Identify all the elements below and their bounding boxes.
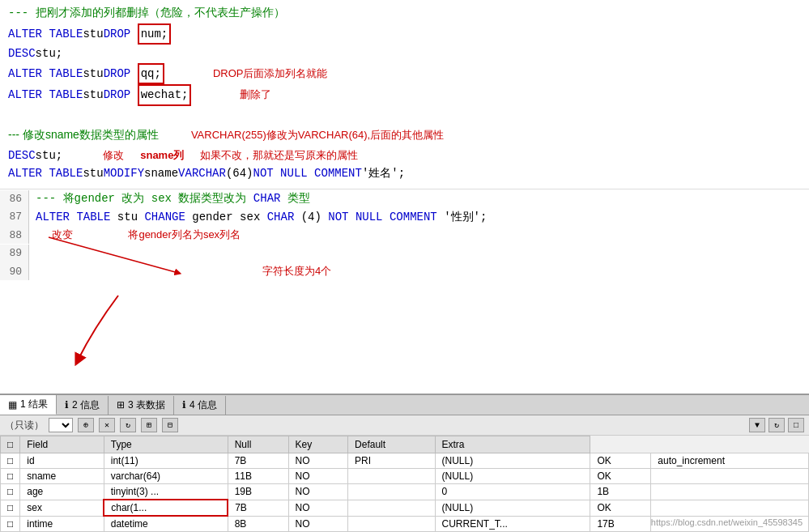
line-89: 89	[0, 245, 809, 262]
td-cb-id[interactable]: □	[1, 453, 20, 469]
toolbar-btn-filter[interactable]: ▼	[749, 418, 765, 432]
td-extra-intime: CURRENT_T...	[435, 516, 590, 532]
line-num-86: 86	[0, 190, 29, 208]
toolbar-btn-grid2[interactable]: ⊟	[162, 418, 178, 432]
section3: 86 --- 将gender 改为 sex 数据类型改为 CHAR 类型 87 …	[0, 189, 809, 280]
table-row: □ sex char(1... 7B NO (NULL) OK	[1, 500, 809, 516]
td-extra3-id: auto_increment	[651, 453, 809, 469]
td-extra2-sex: OK	[590, 500, 651, 516]
tab-icon-info2: ℹ	[182, 399, 186, 411]
line-content-90: 字符长度为4个	[29, 262, 809, 280]
td-default-id: PRI	[348, 453, 435, 469]
td-key-age: NO	[288, 484, 348, 500]
td-field-id: id	[20, 453, 104, 469]
td-extra2-sname: OK	[590, 469, 651, 484]
td-null-age: 19B	[228, 484, 288, 500]
td-field-sname: sname	[20, 469, 104, 484]
kw-alter-table-4: ALTER TABLE	[8, 164, 83, 182]
annot-gaibain: 改变	[52, 228, 73, 240]
td-key-sex: NO	[288, 500, 348, 516]
td-cb-sex[interactable]: □	[1, 500, 20, 516]
line-86: 86 --- 将gender 改为 sex 数据类型改为 CHAR 类型	[0, 189, 809, 207]
highlight-wechat: wechat;	[138, 84, 192, 105]
code-line-desc-1: DESC stu;	[8, 45, 801, 62]
db-table-header: □ Field Type Null Key Default Extra	[1, 436, 809, 453]
kw-alter-table-2: ALTER TABLE	[8, 65, 83, 83]
annot-ifnot: 如果不改，那就还是写原来的属性	[200, 148, 358, 163]
db-panel: ▦ 1 结果 ℹ 2 信息 ⊞ 3 表数据 ℹ 4 信息 （只读） ⊕ ✕	[0, 394, 809, 532]
annot-sname: sname列	[140, 148, 184, 163]
td-cb-intime[interactable]: □	[1, 516, 20, 532]
section2-annotation-right: VARCHAR(255)修改为VARCHAR(64),后面的其他属性	[191, 128, 444, 143]
td-default-age	[348, 484, 435, 500]
db-tab-info2[interactable]: ℹ 4 信息	[174, 396, 226, 415]
db-table-header-row: □ Field Type Null Key Default Extra	[1, 436, 809, 453]
td-null-id: 7B	[228, 453, 288, 469]
annotation-delete: 删除了	[240, 87, 271, 102]
comment-text-1: --- 把刚才添加的列都删掉（危险，不代表生产操作）	[8, 6, 285, 19]
highlight-num: num;	[138, 23, 172, 45]
toolbar-btn-refresh[interactable]: ↻	[120, 418, 136, 432]
code-stu-desc-2: stu;	[36, 147, 63, 164]
toolbar-select[interactable]	[49, 418, 73, 432]
main-container: --- 把刚才添加的列都删掉（危险，不代表生产操作） ALTER TABLE s…	[0, 0, 809, 532]
db-tab-info[interactable]: ℹ 2 信息	[57, 396, 109, 415]
db-tab-results[interactable]: ▦ 1 结果	[0, 395, 57, 415]
section2: --- 修改sname数据类型的属性 VARCHAR(255)修改为VARCHA…	[0, 117, 809, 186]
kw-alter-table-5: ALTER TABLE	[36, 211, 110, 223]
td-extra3-age	[651, 484, 809, 500]
line-content-87: ALTER TABLE stu CHANGE gender sex CHAR (…	[29, 208, 809, 226]
tab-icon-table: ⊞	[117, 399, 125, 411]
th-type: Type	[104, 436, 228, 453]
td-extra2-intime: 17B	[590, 516, 651, 532]
code-gender-sex: gender sex	[192, 211, 266, 223]
td-cb-sname[interactable]: □	[1, 469, 20, 484]
toolbar-btn-grid[interactable]: ⊞	[141, 418, 157, 432]
td-key-id: NO	[288, 453, 348, 469]
td-field-intime: intime	[20, 516, 104, 532]
td-default-intime	[348, 516, 435, 532]
line-content-86: --- 将gender 改为 sex 数据类型改为 CHAR 类型	[29, 189, 809, 207]
table-row: □ age tinyint(3) ... 19B NO 0 1B	[1, 484, 809, 500]
code-char-len: (4)	[301, 211, 329, 223]
code-stu-2: stu	[83, 65, 103, 83]
highlight-qq: qq;	[138, 63, 164, 84]
code-line-drop-wechat: ALTER TABLE stu DROP wechat;	[8, 84, 191, 105]
code-sname: sname	[144, 164, 178, 182]
toolbar-right: ▼ ↻ □	[749, 418, 804, 432]
td-type-age: tinyint(3) ...	[104, 484, 228, 500]
td-extra2-id: OK	[590, 453, 651, 469]
th-key: Key	[288, 436, 348, 453]
kw-desc-1: DESC	[8, 45, 36, 62]
th-extra: Extra	[435, 436, 590, 453]
db-tab-tabledata[interactable]: ⊞ 3 表数据	[109, 396, 174, 415]
code-stu-4: stu	[83, 164, 103, 182]
annotation-drop-add: DROP后面添加列名就能	[213, 66, 328, 81]
th-null: Null	[228, 436, 288, 453]
code-stu-1: stu	[83, 25, 103, 43]
db-tab-results-label: 1 结果	[20, 398, 48, 411]
section2-annotations-row: 修改 sname列 如果不改，那就还是写原来的属性	[103, 148, 358, 163]
kw-change: CHANGE	[144, 211, 185, 223]
db-tab-info2-label: 4 信息	[189, 398, 217, 412]
tab-icon-info: ℹ	[65, 399, 69, 411]
td-type-id: int(11)	[104, 453, 228, 469]
gap1	[0, 109, 809, 117]
td-field-age: age	[20, 484, 104, 500]
kw-drop-2: DROP	[104, 65, 131, 83]
code-stu-3: stu	[83, 86, 103, 104]
watermark: https://blog.csdn.net/weixin_45598345	[651, 517, 803, 527]
annotation-drop-text: DROP后面添加列名就能	[213, 67, 328, 79]
toolbar-btn-panel[interactable]: □	[788, 418, 804, 432]
annot-rename: 将gender列名为sex列名	[128, 228, 241, 240]
kw-alter-table-1: ALTER TABLE	[8, 25, 83, 43]
db-tabs[interactable]: ▦ 1 结果 ℹ 2 信息 ⊞ 3 表数据 ℹ 4 信息	[0, 395, 809, 415]
td-key-intime: NO	[288, 516, 348, 532]
toolbar-btn-sync[interactable]: ↻	[769, 418, 785, 432]
db-toolbar: （只读） ⊕ ✕ ↻ ⊞ ⊟ ▼ ↻ □	[0, 415, 809, 436]
td-cb-age[interactable]: □	[1, 484, 20, 500]
toolbar-btn-delete[interactable]: ✕	[99, 418, 115, 432]
toolbar-btn-copy[interactable]: ⊕	[78, 418, 94, 432]
code-stu-5: stu	[117, 211, 145, 223]
line-num-90: 90	[0, 262, 29, 280]
